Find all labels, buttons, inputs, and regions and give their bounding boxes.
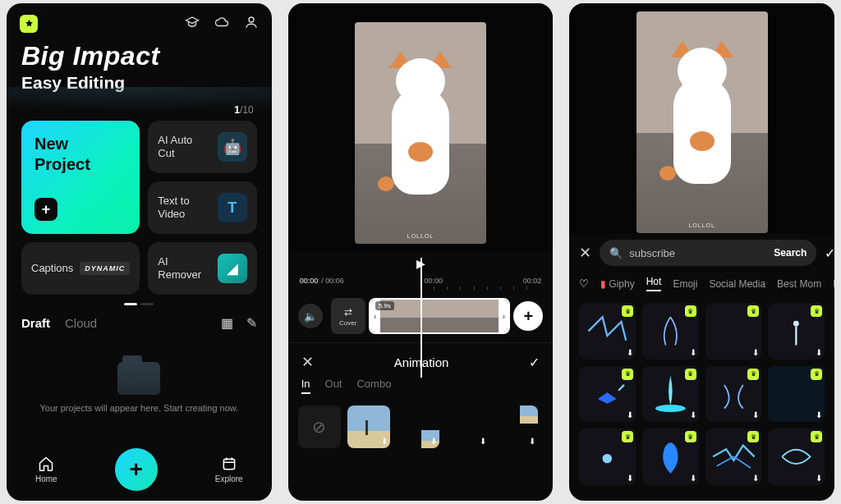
- ai-auto-cut-tile[interactable]: AI Auto Cut 🤖: [148, 121, 256, 173]
- premium-icon: ♛: [685, 305, 696, 317]
- video-preview[interactable]: LOLLOL: [288, 3, 554, 252]
- tab-draft[interactable]: Draft: [21, 316, 50, 330]
- new-project-tile[interactable]: New Project +: [21, 121, 140, 234]
- grid-view-icon[interactable]: ▦: [221, 315, 233, 331]
- feature-grid: New Project + AI Auto Cut 🤖 Text to Vide…: [7, 121, 272, 295]
- premium-icon: ♛: [747, 431, 759, 442]
- home-icon: [38, 456, 54, 472]
- subnav-combo[interactable]: Combo: [356, 378, 391, 394]
- download-icon: ⬇: [690, 348, 696, 357]
- download-icon: ⬇: [752, 474, 759, 483]
- download-icon: ⬇: [381, 437, 388, 446]
- download-icon: ⬇: [529, 437, 535, 446]
- sticker-item[interactable]: ♛⬇: [705, 303, 762, 360]
- clip-strip[interactable]: ‹ › 5.9s: [369, 298, 511, 334]
- plus-icon: +: [34, 198, 57, 221]
- search-icon: 🔍: [609, 247, 623, 259]
- svg-point-4: [603, 454, 612, 463]
- favorites-icon[interactable]: ♡: [579, 277, 589, 290]
- category-eco[interactable]: Eco: [833, 278, 834, 290]
- video-preview[interactable]: LOLLOL: [569, 3, 834, 233]
- robot-icon: 🤖: [218, 132, 247, 162]
- category-emoji[interactable]: Emoji: [673, 278, 697, 290]
- feature-pager: [7, 303, 272, 305]
- bottom-nav: Home + Explore: [7, 442, 272, 501]
- nav-home[interactable]: Home: [35, 456, 57, 483]
- academy-icon[interactable]: [185, 15, 200, 33]
- category-bestmom[interactable]: Best Mom: [777, 278, 821, 290]
- cover-button[interactable]: ⇄ Cover: [331, 298, 365, 334]
- sticker-categories: ♡ ▮Giphy Hot Emoji Social Media Best Mom…: [569, 273, 834, 298]
- premium-icon: ♛: [747, 305, 759, 317]
- eraser-icon: ◢: [218, 254, 247, 283]
- nav-create-fab[interactable]: +: [115, 448, 158, 491]
- premium-icon: ♛: [811, 431, 822, 442]
- anim-preset[interactable]: ⬇: [495, 405, 538, 448]
- hero-subtitle: Easy Editing: [21, 73, 257, 93]
- download-icon: ⬇: [816, 348, 822, 357]
- playhead[interactable]: [420, 258, 422, 378]
- anim-preset[interactable]: ⬇: [397, 405, 439, 448]
- empty-text: Your projects will appear here. Start cr…: [39, 403, 238, 413]
- preview-frame: LOLLOL: [636, 11, 768, 233]
- sticker-item[interactable]: ♛⬇: [642, 366, 699, 423]
- sticker-item[interactable]: ♛⬇: [768, 303, 825, 360]
- close-search-button[interactable]: ✕: [579, 244, 591, 262]
- editor-animation-screen: LOLLOL ▶ 00:00/ 00:06 00:00 00:02 🔈 ⇄ Co…: [288, 3, 554, 501]
- svg-point-2: [793, 321, 799, 327]
- confirm-panel-button[interactable]: ✓: [529, 355, 540, 370]
- sticker-item[interactable]: ♛⬇: [705, 366, 762, 423]
- confirm-button[interactable]: ✓: [825, 245, 834, 261]
- mute-toggle[interactable]: 🔈: [298, 304, 323, 328]
- animation-subnav: In Out Combo: [288, 378, 554, 401]
- explore-icon: [221, 456, 237, 472]
- search-submit[interactable]: Search: [774, 247, 807, 259]
- sticker-item[interactable]: ♛⬇: [642, 303, 699, 360]
- anim-none[interactable]: ⊘: [298, 405, 341, 448]
- app-logo-icon[interactable]: [20, 15, 38, 33]
- premium-icon: ♛: [685, 369, 696, 380]
- cloud-icon[interactable]: [214, 15, 229, 33]
- text-video-icon: T: [218, 193, 247, 222]
- project-tabs-row: Draft Cloud ▦ ✎: [7, 310, 272, 332]
- hero: Big Impact Easy Editing 1/10: [7, 38, 272, 121]
- sticker-item[interactable]: ♛⬇: [579, 366, 636, 423]
- subnav-in[interactable]: In: [301, 378, 310, 394]
- anim-preset[interactable]: ⬇: [545, 405, 554, 448]
- sticker-search-screen: LOLLOL ✕ 🔍 Search ✓ ♡ ▮Giphy Hot Emoji S…: [569, 3, 834, 501]
- ai-remover-tile[interactable]: AI Remover ◢: [148, 242, 256, 295]
- category-hot[interactable]: Hot: [646, 276, 662, 291]
- download-icon: ⬇: [752, 348, 759, 357]
- text-to-video-tile[interactable]: Text to Video T: [148, 181, 256, 234]
- edit-icon[interactable]: ✎: [246, 315, 257, 331]
- sticker-item[interactable]: ♛⬇: [705, 428, 762, 485]
- empty-state: Your projects will appear here. Start cr…: [7, 332, 272, 442]
- sticker-item[interactable]: ♛⬇: [579, 428, 636, 485]
- sticker-item[interactable]: ♛⬇: [768, 366, 825, 423]
- trim-handle-right[interactable]: ›: [499, 300, 508, 332]
- search-input[interactable]: [629, 247, 767, 259]
- dynamic-badge: DYNAMIC: [80, 262, 130, 275]
- captions-tile[interactable]: Captions DYNAMIC: [21, 242, 140, 295]
- anim-preset[interactable]: ⬇: [347, 405, 390, 448]
- download-icon: ⬇: [627, 348, 633, 357]
- tab-cloud[interactable]: Cloud: [65, 316, 97, 330]
- download-icon: ⬇: [690, 410, 696, 419]
- nav-explore[interactable]: Explore: [215, 456, 243, 483]
- sticker-item[interactable]: ♛⬇: [579, 303, 636, 360]
- category-giphy[interactable]: ▮Giphy: [600, 278, 634, 290]
- category-social[interactable]: Social Media: [709, 278, 765, 290]
- sticker-item[interactable]: ♛⬇: [768, 428, 825, 485]
- premium-icon: ♛: [622, 369, 633, 380]
- close-panel-button[interactable]: ✕: [301, 353, 314, 371]
- profile-icon[interactable]: [244, 15, 259, 33]
- anim-preset[interactable]: ⬇: [446, 405, 489, 448]
- download-icon: ⬇: [627, 410, 633, 419]
- subnav-out[interactable]: Out: [325, 378, 342, 394]
- top-bar: [7, 3, 272, 38]
- search-box[interactable]: 🔍 Search: [600, 240, 816, 266]
- download-icon: ⬇: [690, 474, 696, 483]
- sticker-item[interactable]: ♛⬇: [642, 428, 699, 485]
- add-clip-button[interactable]: +: [513, 301, 543, 331]
- premium-icon: ♛: [622, 431, 633, 442]
